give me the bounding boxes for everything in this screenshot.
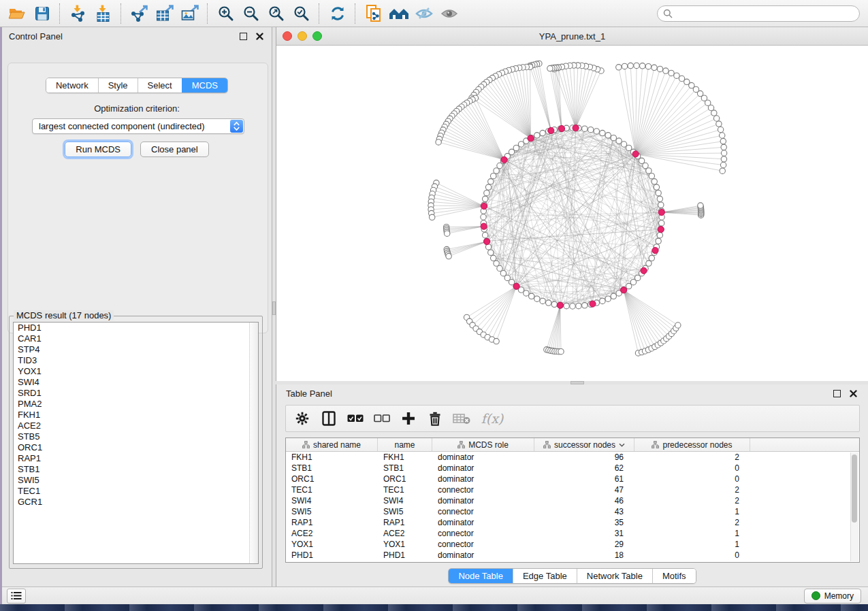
close-mcds-panel-button[interactable]: Close panel [140, 142, 209, 157]
table-row[interactable]: SWI5SWI5connector431 [286, 506, 859, 517]
network-graph[interactable] [276, 46, 867, 379]
mcds-result-item[interactable]: RAP1 [14, 453, 258, 464]
mcds-result-item[interactable]: SRD1 [14, 388, 258, 399]
first-neighbors-button[interactable] [386, 3, 411, 24]
network-titlebar[interactable]: YPA_prune.txt_1 [276, 27, 868, 46]
select-all-button[interactable] [346, 409, 365, 428]
table-row[interactable]: FKH1FKH1dominator962 [286, 452, 859, 463]
export-network-button[interactable] [127, 3, 152, 24]
mcds-result-item[interactable]: ORC1 [14, 442, 258, 453]
table-row[interactable]: ACE2ACE2connector311 [286, 528, 859, 539]
table-settings-button[interactable] [293, 409, 312, 428]
network-canvas[interactable] [276, 46, 867, 380]
mcds-result-item[interactable]: TID3 [14, 355, 258, 366]
mcds-result-item[interactable]: STB1 [14, 464, 258, 475]
table-row[interactable]: PHD1PHD1dominator180 [286, 550, 859, 561]
mcds-result-item[interactable]: PMA2 [14, 399, 258, 410]
memory-button[interactable]: Memory [804, 589, 861, 604]
zoom-in-button[interactable] [213, 3, 238, 24]
window-minimize-icon[interactable] [298, 31, 307, 41]
mcds-result-item[interactable]: SWI4 [14, 377, 258, 388]
table-row[interactable]: SWI4SWI4dominator462 [286, 495, 859, 506]
column-header-shared-name[interactable]: shared name [286, 438, 378, 451]
mcds-result-item[interactable]: YOX1 [14, 366, 258, 377]
table-row[interactable]: ORC1ORC1dominator610 [286, 474, 859, 484]
add-column-button[interactable] [399, 409, 418, 428]
export-table-button[interactable] [152, 3, 177, 24]
cell-shared-name: TEC1 [286, 485, 378, 495]
tab-mcds[interactable]: MCDS [182, 78, 227, 93]
zoom-out-button[interactable] [238, 3, 263, 24]
cell-MCDS-role: dominator [432, 474, 534, 484]
close-table-panel-button[interactable] [848, 388, 858, 399]
export-image-button[interactable] [177, 3, 202, 24]
column-label: MCDS role [468, 440, 509, 450]
open-session-button[interactable] [4, 3, 29, 24]
mcds-result-item[interactable]: STP4 [14, 344, 258, 355]
mcds-result-item[interactable]: STB5 [14, 431, 258, 442]
zoom-selected-button[interactable] [289, 3, 314, 24]
deselect-all-button[interactable] [372, 409, 391, 428]
criterion-select[interactable]: largest connected component (undirected) [32, 118, 244, 134]
table-scrollbar[interactable] [850, 452, 858, 561]
columns-icon [322, 411, 336, 426]
search-input[interactable] [657, 5, 860, 22]
table-row[interactable]: RAP1RAP1dominator352 [286, 517, 859, 528]
open-folder-icon [8, 5, 26, 22]
import-table-button[interactable] [91, 3, 116, 24]
close-panel-button[interactable] [254, 31, 265, 42]
zoom-fit-button[interactable] [263, 3, 289, 24]
table-row[interactable]: STB1STB1dominator620 [286, 463, 859, 474]
cell-predecessor-nodes: 0 [634, 550, 750, 560]
show-columns-button[interactable] [319, 409, 338, 428]
cell-shared-name: RAP1 [286, 518, 378, 527]
delete-column-button[interactable] [425, 409, 445, 428]
tab-network[interactable]: Network [46, 78, 98, 93]
delete-table-button-disabled[interactable] [452, 409, 471, 428]
import-table-icon [95, 5, 112, 22]
clone-network-button[interactable] [361, 3, 386, 24]
refresh-button[interactable] [325, 3, 350, 24]
column-header-name[interactable]: name [378, 438, 432, 451]
column-header-MCDS-role[interactable]: MCDS role [432, 438, 534, 451]
table-row[interactable]: YOX1YOX1connector291 [286, 539, 859, 550]
table-tab-motifs[interactable]: Motifs [652, 569, 696, 583]
cell-name: TEC1 [378, 485, 432, 495]
hide-selected-button[interactable] [411, 3, 436, 24]
cell-predecessor-nodes: 1 [634, 540, 750, 549]
float-table-panel-button[interactable] [831, 388, 842, 399]
mcds-result-item[interactable]: FKH1 [14, 410, 258, 420]
scrollbar-thumb[interactable] [852, 455, 857, 523]
import-network-button[interactable] [65, 3, 91, 24]
table-row[interactable]: TEC1TEC1connector472 [286, 484, 859, 495]
table-header-row: shared namenameMCDS rolesuccessor nodesp… [286, 438, 859, 452]
show-all-button[interactable] [436, 3, 462, 24]
save-session-button[interactable] [29, 3, 54, 24]
table-tab-node-table[interactable]: Node Table [449, 569, 513, 583]
tab-select[interactable]: Select [138, 78, 182, 93]
column-header-predecessor-nodes[interactable]: predecessor nodes [634, 438, 750, 451]
table-tab-network-table[interactable]: Network Table [577, 569, 652, 583]
table-tab-edge-table[interactable]: Edge Table [513, 569, 577, 583]
mcds-result-item[interactable]: TEC1 [14, 486, 258, 497]
float-panel-button[interactable] [238, 31, 248, 42]
mcds-result-item[interactable]: ACE2 [14, 420, 258, 431]
task-history-button[interactable] [7, 589, 26, 604]
mcds-result-title: MCDS result (17 nodes) [14, 310, 114, 320]
column-namespace-icon [302, 441, 310, 448]
node-table[interactable]: shared namenameMCDS rolesuccessor nodesp… [285, 437, 860, 563]
function-builder-button-disabled[interactable]: f(x) [479, 409, 506, 428]
tab-style[interactable]: Style [98, 78, 138, 93]
mcds-result-list[interactable]: PHD1CAR1STP4TID3YOX1SWI4SRD1PMA2FKH1ACE2… [13, 322, 259, 564]
column-header-successor-nodes[interactable]: successor nodes [534, 438, 634, 451]
window-maximize-icon[interactable] [312, 31, 322, 41]
mcds-result-item[interactable]: GCR1 [14, 497, 258, 508]
mcds-result-item[interactable]: PHD1 [14, 323, 258, 333]
mcds-result-item[interactable]: CAR1 [14, 333, 258, 344]
control-panel-title: Control Panel [9, 31, 232, 42]
toolbar-separator [319, 3, 320, 24]
run-mcds-button[interactable]: Run MCDS [65, 142, 131, 157]
window-close-icon[interactable] [283, 31, 292, 41]
list-scrollbar[interactable] [249, 323, 258, 563]
mcds-result-item[interactable]: SWI5 [14, 475, 258, 486]
